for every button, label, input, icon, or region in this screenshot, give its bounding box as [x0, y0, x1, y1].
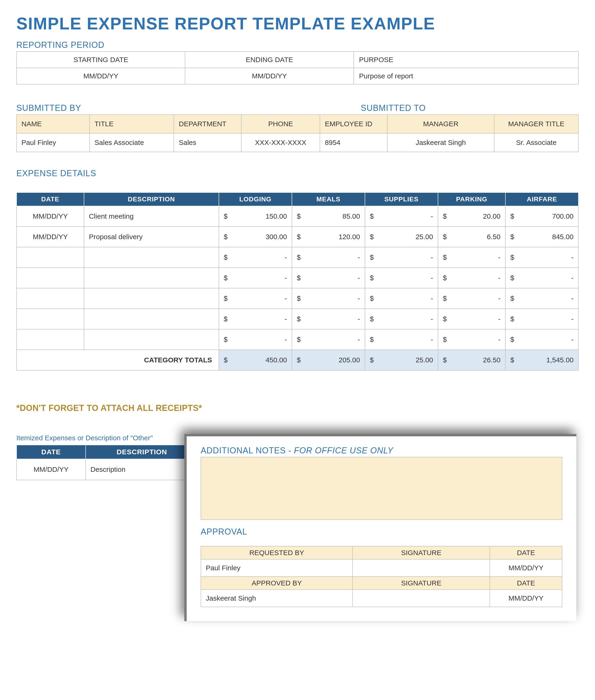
col-item-desc: DESCRIPTION — [86, 445, 198, 459]
col-signature: SIGNATURE — [352, 546, 490, 559]
cell-date[interactable] — [17, 268, 84, 288]
col-date: DATE — [490, 546, 562, 559]
val-manager[interactable]: Jaskeerat Singh — [387, 133, 494, 152]
col-date: DATE — [17, 193, 84, 206]
val-title[interactable]: Sales Associate — [90, 133, 174, 152]
col-signature2: SIGNATURE — [352, 577, 490, 590]
cell-date[interactable] — [17, 288, 84, 309]
cell-meals[interactable]: $- — [292, 268, 365, 288]
office-use-overlay: ADDITIONAL NOTES - FOR OFFICE USE ONLY A… — [184, 434, 576, 621]
submitted-table: NAME TITLE DEPARTMENT PHONE EMPLOYEE ID … — [16, 114, 579, 152]
cell-airfare[interactable]: $700.00 — [505, 206, 578, 227]
cell-desc[interactable] — [84, 268, 219, 288]
cell-lodging[interactable]: $- — [219, 309, 292, 329]
cell-meals[interactable]: $- — [292, 329, 365, 350]
val-requested-by[interactable]: Paul Finley — [201, 559, 352, 577]
cell-supplies[interactable]: $- — [365, 288, 438, 309]
val-approved-by[interactable]: Jaskeerat Singh — [201, 590, 352, 607]
cell-airfare[interactable]: $845.00 — [505, 227, 578, 247]
cell-date[interactable]: MM/DD/YY — [17, 227, 84, 247]
col-lodging: LODGING — [219, 193, 292, 206]
approval-label: APPROVAL — [201, 527, 562, 537]
cell-desc[interactable] — [84, 329, 219, 350]
cell-parking[interactable]: $6.50 — [438, 227, 505, 247]
cell-airfare[interactable]: $- — [505, 329, 578, 350]
cell-airfare[interactable]: $- — [505, 247, 578, 268]
col-parking: PARKING — [438, 193, 505, 206]
col-title: TITLE — [90, 115, 174, 133]
cell-date[interactable] — [17, 329, 84, 350]
val-purpose[interactable]: Purpose of report — [354, 68, 578, 84]
itemized-label: Itemized Expenses or Description of "Oth… — [16, 434, 198, 442]
val-req-signature[interactable] — [352, 559, 490, 577]
notes-box[interactable] — [201, 457, 562, 520]
expense-row: $-$-$-$-$- — [17, 268, 578, 288]
col-supplies: SUPPLIES — [365, 193, 438, 206]
cell-lodging[interactable]: $- — [219, 268, 292, 288]
expense-details-table: DATE DESCRIPTION LODGING MEALS SUPPLIES … — [16, 192, 579, 370]
total-airfare: $1,545.00 — [505, 350, 578, 370]
cell-supplies[interactable]: $25.00 — [365, 227, 438, 247]
cell-parking[interactable]: $20.00 — [438, 206, 505, 227]
reporting-period-label: REPORTING PERIOD — [16, 40, 579, 50]
cell-airfare[interactable]: $- — [505, 268, 578, 288]
cell-airfare[interactable]: $- — [505, 288, 578, 309]
total-meals: $205.00 — [292, 350, 365, 370]
val-start-date[interactable]: MM/DD/YY — [17, 68, 185, 84]
approval-table: REQUESTED BY SIGNATURE DATE Paul Finley … — [201, 546, 562, 607]
cell-desc[interactable]: Client meeting — [84, 206, 219, 227]
val-end-date[interactable]: MM/DD/YY — [185, 68, 353, 84]
cell-airfare[interactable]: $- — [505, 309, 578, 329]
cell-lodging[interactable]: $- — [219, 329, 292, 350]
cell-meals[interactable]: $- — [292, 309, 365, 329]
cell-parking[interactable]: $- — [438, 309, 505, 329]
val-name[interactable]: Paul Finley — [17, 133, 90, 152]
val-empid[interactable]: 8954 — [320, 133, 387, 152]
cell-lodging[interactable]: $300.00 — [219, 227, 292, 247]
cell-desc[interactable] — [84, 247, 219, 268]
cell-supplies[interactable]: $- — [365, 247, 438, 268]
cell-lodging[interactable]: $- — [219, 288, 292, 309]
cell-parking[interactable]: $- — [438, 329, 505, 350]
submitted-to-label: SUBMITTED TO — [354, 103, 579, 113]
cell-meals[interactable]: $- — [292, 247, 365, 268]
cell-lodging[interactable]: $150.00 — [219, 206, 292, 227]
val-req-date[interactable]: MM/DD/YY — [490, 559, 562, 577]
cell-supplies[interactable]: $- — [365, 268, 438, 288]
submitted-by-label: SUBMITTED BY — [16, 103, 354, 113]
itemized-table: DATE DESCRIPTION MM/DD/YY Description — [16, 445, 198, 480]
val-phone[interactable]: XXX-XXX-XXXX — [241, 133, 320, 152]
cell-desc[interactable] — [84, 309, 219, 329]
val-mgrtitle[interactable]: Sr. Associate — [494, 133, 578, 152]
val-item-desc[interactable]: Description — [86, 459, 198, 480]
col-purpose: PURPOSE — [354, 52, 578, 68]
val-app-date[interactable]: MM/DD/YY — [490, 590, 562, 607]
cell-lodging[interactable]: $- — [219, 247, 292, 268]
cell-supplies[interactable]: $- — [365, 206, 438, 227]
total-supplies: $25.00 — [365, 350, 438, 370]
cell-meals[interactable]: $- — [292, 288, 365, 309]
val-dept[interactable]: Sales — [174, 133, 241, 152]
col-approved-by: APPROVED BY — [201, 577, 352, 590]
val-item-date[interactable]: MM/DD/YY — [17, 459, 86, 480]
cell-meals[interactable]: $85.00 — [292, 206, 365, 227]
totals-label: CATEGORY TOTALS — [17, 350, 219, 370]
total-lodging: $450.00 — [219, 350, 292, 370]
cell-meals[interactable]: $120.00 — [292, 227, 365, 247]
cell-parking[interactable]: $- — [438, 288, 505, 309]
col-date2: DATE — [490, 577, 562, 590]
cell-date[interactable] — [17, 247, 84, 268]
cell-desc[interactable] — [84, 288, 219, 309]
cell-date[interactable] — [17, 309, 84, 329]
cell-supplies[interactable]: $- — [365, 329, 438, 350]
cell-date[interactable]: MM/DD/YY — [17, 206, 84, 227]
cell-desc[interactable]: Proposal delivery — [84, 227, 219, 247]
cell-supplies[interactable]: $- — [365, 309, 438, 329]
expense-details-label: EXPENSE DETAILS — [16, 168, 579, 178]
val-app-signature[interactable] — [352, 590, 490, 607]
cell-parking[interactable]: $- — [438, 247, 505, 268]
expense-row: $-$-$-$-$- — [17, 288, 578, 309]
cell-parking[interactable]: $- — [438, 268, 505, 288]
col-airfare: AIRFARE — [505, 193, 578, 206]
col-item-date: DATE — [17, 445, 86, 459]
